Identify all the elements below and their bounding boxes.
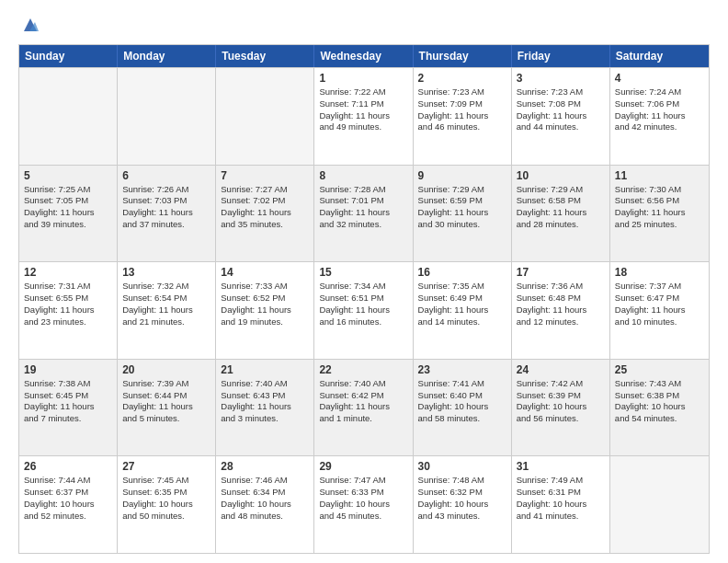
cell-info: Sunrise: 7:40 AMSunset: 6:42 PMDaylight:… (319, 378, 407, 425)
cal-cell: 14Sunrise: 7:33 AMSunset: 6:52 PMDayligh… (216, 262, 314, 359)
day-number: 13 (122, 266, 210, 279)
cal-header-tuesday: Tuesday (216, 45, 314, 67)
cal-cell: 27Sunrise: 7:45 AMSunset: 6:35 PMDayligh… (118, 456, 216, 553)
day-number: 23 (418, 363, 506, 376)
cal-cell: 7Sunrise: 7:27 AMSunset: 7:02 PMDaylight… (216, 166, 314, 262)
day-number: 19 (24, 363, 112, 376)
day-number: 14 (221, 266, 309, 279)
cal-cell: 26Sunrise: 7:44 AMSunset: 6:37 PMDayligh… (19, 456, 118, 553)
cal-cell: 16Sunrise: 7:35 AMSunset: 6:49 PMDayligh… (414, 262, 512, 359)
day-number: 4 (615, 72, 704, 85)
cal-header-friday: Friday (512, 45, 610, 67)
cell-info: Sunrise: 7:36 AMSunset: 6:48 PMDaylight:… (517, 281, 605, 327)
cal-cell: 29Sunrise: 7:47 AMSunset: 6:33 PMDayligh… (314, 456, 413, 553)
day-number: 5 (24, 169, 112, 182)
day-number: 28 (221, 460, 309, 473)
cell-info: Sunrise: 7:25 AMSunset: 7:05 PMDaylight:… (24, 184, 112, 231)
cal-cell (118, 68, 216, 165)
week-row-3: 19Sunrise: 7:38 AMSunset: 6:45 PMDayligh… (19, 359, 709, 456)
cell-info: Sunrise: 7:47 AMSunset: 6:33 PMDaylight:… (319, 475, 407, 522)
cell-info: Sunrise: 7:41 AMSunset: 6:40 PMDaylight:… (418, 378, 506, 425)
cell-info: Sunrise: 7:29 AMSunset: 6:59 PMDaylight:… (418, 184, 506, 231)
cell-info: Sunrise: 7:43 AMSunset: 6:38 PMDaylight:… (615, 378, 704, 425)
day-number: 29 (319, 460, 407, 473)
cal-cell: 5Sunrise: 7:25 AMSunset: 7:05 PMDaylight… (19, 166, 118, 262)
cell-info: Sunrise: 7:33 AMSunset: 6:52 PMDaylight:… (221, 281, 309, 327)
cell-info: Sunrise: 7:28 AMSunset: 7:01 PMDaylight:… (319, 184, 407, 231)
cell-info: Sunrise: 7:35 AMSunset: 6:49 PMDaylight:… (418, 281, 506, 327)
logo (18, 15, 40, 35)
cal-cell: 2Sunrise: 7:23 AMSunset: 7:09 PMDaylight… (414, 68, 512, 165)
cal-cell: 12Sunrise: 7:31 AMSunset: 6:55 PMDayligh… (19, 262, 118, 359)
header (18, 15, 710, 35)
day-number: 25 (615, 363, 704, 376)
cal-cell: 24Sunrise: 7:42 AMSunset: 6:39 PMDayligh… (512, 360, 610, 456)
cal-cell: 1Sunrise: 7:22 AMSunset: 7:11 PMDaylight… (314, 68, 413, 165)
day-number: 7 (221, 169, 309, 182)
cell-info: Sunrise: 7:34 AMSunset: 6:51 PMDaylight:… (319, 281, 407, 327)
cal-cell: 20Sunrise: 7:39 AMSunset: 6:44 PMDayligh… (118, 360, 216, 456)
cal-cell: 19Sunrise: 7:38 AMSunset: 6:45 PMDayligh… (19, 360, 118, 456)
cal-cell (216, 68, 314, 165)
day-number: 6 (122, 169, 210, 182)
cal-cell: 3Sunrise: 7:23 AMSunset: 7:08 PMDaylight… (512, 68, 610, 165)
cal-header-thursday: Thursday (414, 45, 512, 67)
cell-info: Sunrise: 7:39 AMSunset: 6:44 PMDaylight:… (122, 378, 210, 425)
calendar-header-row: SundayMondayTuesdayWednesdayThursdayFrid… (19, 45, 709, 67)
cal-cell: 28Sunrise: 7:46 AMSunset: 6:34 PMDayligh… (216, 456, 314, 553)
cell-info: Sunrise: 7:31 AMSunset: 6:55 PMDaylight:… (24, 281, 112, 327)
cell-info: Sunrise: 7:38 AMSunset: 6:45 PMDaylight:… (24, 378, 112, 425)
day-number: 31 (517, 460, 605, 473)
week-row-1: 5Sunrise: 7:25 AMSunset: 7:05 PMDaylight… (19, 165, 709, 262)
cell-info: Sunrise: 7:22 AMSunset: 7:11 PMDaylight:… (319, 86, 407, 133)
cell-info: Sunrise: 7:42 AMSunset: 6:39 PMDaylight:… (517, 378, 605, 425)
cell-info: Sunrise: 7:27 AMSunset: 7:02 PMDaylight:… (221, 184, 309, 231)
day-number: 24 (517, 363, 605, 376)
cal-cell: 4Sunrise: 7:24 AMSunset: 7:06 PMDaylight… (610, 68, 709, 165)
cell-info: Sunrise: 7:46 AMSunset: 6:34 PMDaylight:… (221, 475, 309, 522)
day-number: 9 (418, 169, 506, 182)
day-number: 16 (418, 266, 506, 279)
day-number: 15 (319, 266, 407, 279)
calendar-body: 1Sunrise: 7:22 AMSunset: 7:11 PMDaylight… (19, 67, 709, 553)
cal-cell: 21Sunrise: 7:40 AMSunset: 6:43 PMDayligh… (216, 360, 314, 456)
cal-cell: 13Sunrise: 7:32 AMSunset: 6:54 PMDayligh… (118, 262, 216, 359)
calendar: SundayMondayTuesdayWednesdayThursdayFrid… (18, 44, 710, 554)
day-number: 12 (24, 266, 112, 279)
day-number: 3 (517, 72, 605, 85)
page: SundayMondayTuesdayWednesdayThursdayFrid… (0, 0, 728, 563)
cal-header-wednesday: Wednesday (314, 45, 413, 67)
cal-cell: 11Sunrise: 7:30 AMSunset: 6:56 PMDayligh… (610, 166, 709, 262)
day-number: 8 (319, 169, 407, 182)
day-number: 27 (122, 460, 210, 473)
cell-info: Sunrise: 7:48 AMSunset: 6:32 PMDaylight:… (418, 475, 506, 522)
day-number: 30 (418, 460, 506, 473)
cell-info: Sunrise: 7:24 AMSunset: 7:06 PMDaylight:… (615, 86, 704, 133)
cal-cell (19, 68, 118, 165)
cal-cell: 17Sunrise: 7:36 AMSunset: 6:48 PMDayligh… (512, 262, 610, 359)
day-number: 1 (319, 72, 407, 85)
day-number: 26 (24, 460, 112, 473)
logo-icon (20, 15, 40, 35)
cal-cell: 8Sunrise: 7:28 AMSunset: 7:01 PMDaylight… (314, 166, 413, 262)
cal-cell: 23Sunrise: 7:41 AMSunset: 6:40 PMDayligh… (414, 360, 512, 456)
day-number: 22 (319, 363, 407, 376)
cal-cell: 18Sunrise: 7:37 AMSunset: 6:47 PMDayligh… (610, 262, 709, 359)
cal-cell: 25Sunrise: 7:43 AMSunset: 6:38 PMDayligh… (610, 360, 709, 456)
week-row-0: 1Sunrise: 7:22 AMSunset: 7:11 PMDaylight… (19, 67, 709, 165)
cell-info: Sunrise: 7:37 AMSunset: 6:47 PMDaylight:… (615, 281, 704, 327)
day-number: 20 (122, 363, 210, 376)
cal-header-saturday: Saturday (610, 45, 709, 67)
cell-info: Sunrise: 7:30 AMSunset: 6:56 PMDaylight:… (615, 184, 704, 231)
cell-info: Sunrise: 7:29 AMSunset: 6:58 PMDaylight:… (517, 184, 605, 231)
cell-info: Sunrise: 7:49 AMSunset: 6:31 PMDaylight:… (517, 475, 605, 522)
cell-info: Sunrise: 7:23 AMSunset: 7:08 PMDaylight:… (517, 86, 605, 133)
cell-info: Sunrise: 7:32 AMSunset: 6:54 PMDaylight:… (122, 281, 210, 327)
day-number: 11 (615, 169, 704, 182)
cal-cell: 22Sunrise: 7:40 AMSunset: 6:42 PMDayligh… (314, 360, 413, 456)
day-number: 21 (221, 363, 309, 376)
day-number: 18 (615, 266, 704, 279)
day-number: 2 (418, 72, 506, 85)
cal-cell: 15Sunrise: 7:34 AMSunset: 6:51 PMDayligh… (314, 262, 413, 359)
cell-info: Sunrise: 7:26 AMSunset: 7:03 PMDaylight:… (122, 184, 210, 231)
